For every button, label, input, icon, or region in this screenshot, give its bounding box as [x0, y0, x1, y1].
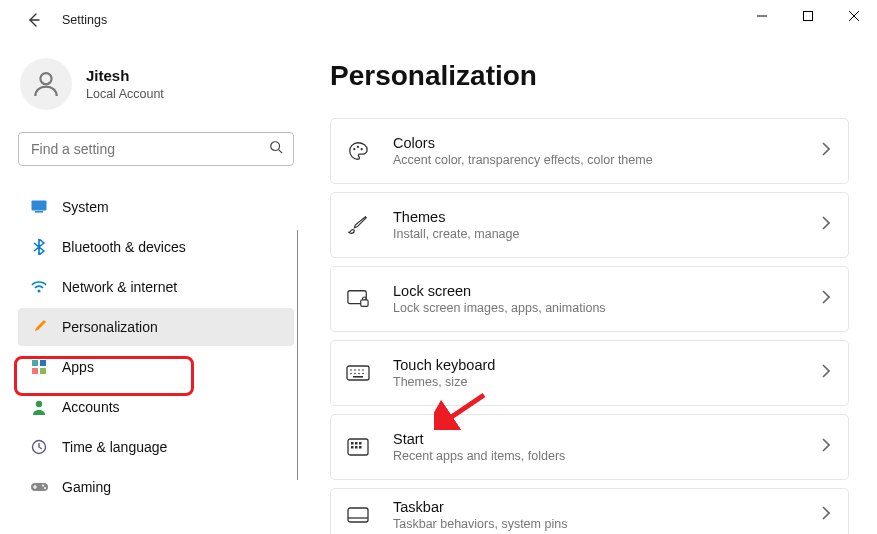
- card-title: Lock screen: [393, 283, 821, 300]
- sidebar-item-label: Bluetooth & devices: [62, 239, 186, 255]
- nav: System Bluetooth & devices Network & int…: [18, 188, 294, 506]
- chevron-right-icon: [821, 142, 830, 160]
- svg-rect-14: [40, 368, 46, 374]
- gamepad-icon: [30, 478, 48, 496]
- sidebar: Jitesh Local Account System Bluetooth: [0, 40, 310, 534]
- sidebar-item-bluetooth[interactable]: Bluetooth & devices: [18, 228, 294, 266]
- svg-point-29: [362, 369, 364, 371]
- sidebar-item-gaming[interactable]: Gaming: [18, 468, 294, 506]
- user-name: Jitesh: [86, 67, 164, 85]
- card-title: Themes: [393, 209, 821, 226]
- sidebar-item-label: Gaming: [62, 479, 111, 495]
- monitor-icon: [30, 198, 48, 216]
- svg-point-15: [36, 400, 42, 406]
- svg-rect-40: [355, 446, 358, 449]
- chevron-right-icon: [821, 438, 830, 456]
- svg-rect-42: [348, 508, 368, 522]
- card-sub: Themes, size: [393, 375, 821, 389]
- chevron-right-icon: [821, 364, 830, 382]
- chevron-right-icon: [821, 216, 830, 234]
- cards-list: Colors Accent color, transparency effect…: [330, 118, 849, 534]
- keyboard-icon: [345, 360, 371, 386]
- sidebar-scrollbar[interactable]: [297, 230, 299, 480]
- search-box[interactable]: [18, 132, 294, 166]
- close-button[interactable]: [831, 0, 877, 32]
- svg-rect-41: [359, 446, 362, 449]
- svg-point-31: [354, 373, 356, 375]
- lock-screen-icon: [345, 286, 371, 312]
- svg-rect-36: [351, 442, 354, 445]
- sidebar-item-label: Time & language: [62, 439, 167, 455]
- close-icon: [849, 11, 859, 21]
- person-icon: [30, 398, 48, 416]
- sidebar-item-apps[interactable]: Apps: [18, 348, 294, 386]
- card-sub: Lock screen images, apps, animations: [393, 301, 821, 315]
- arrow-left-icon: [26, 12, 42, 28]
- card-lock-screen[interactable]: Lock screen Lock screen images, apps, an…: [330, 266, 849, 332]
- sidebar-item-system[interactable]: System: [18, 188, 294, 226]
- svg-rect-9: [35, 211, 43, 213]
- wifi-icon: [30, 278, 48, 296]
- bluetooth-icon: [30, 238, 48, 256]
- svg-point-32: [358, 373, 360, 375]
- svg-rect-38: [359, 442, 362, 445]
- card-themes[interactable]: Themes Install, create, manage: [330, 192, 849, 258]
- svg-rect-12: [40, 360, 46, 366]
- card-taskbar[interactable]: Taskbar Taskbar behaviors, system pins: [330, 488, 849, 534]
- taskbar-icon: [345, 502, 371, 528]
- card-touch-keyboard[interactable]: Touch keyboard Themes, size: [330, 340, 849, 406]
- paintbrush-icon: [30, 318, 48, 336]
- palette-icon: [345, 138, 371, 164]
- sidebar-item-personalization[interactable]: Personalization: [18, 308, 294, 346]
- card-title: Start: [393, 431, 821, 448]
- sidebar-item-label: System: [62, 199, 109, 215]
- maximize-button[interactable]: [785, 0, 831, 32]
- titlebar: Settings: [0, 0, 877, 40]
- svg-point-22: [361, 148, 363, 150]
- sidebar-item-network[interactable]: Network & internet: [18, 268, 294, 306]
- clock-globe-icon: [30, 438, 48, 456]
- svg-point-5: [40, 73, 51, 84]
- search-input[interactable]: [31, 141, 269, 157]
- card-title: Taskbar: [393, 499, 821, 516]
- svg-rect-24: [361, 300, 368, 306]
- svg-point-20: [353, 148, 355, 150]
- maximize-icon: [803, 11, 813, 21]
- svg-point-19: [44, 487, 46, 489]
- card-colors[interactable]: Colors Accent color, transparency effect…: [330, 118, 849, 184]
- card-sub: Accent color, transparency effects, colo…: [393, 153, 821, 167]
- search-icon: [269, 140, 283, 158]
- svg-point-10: [38, 290, 41, 293]
- back-button[interactable]: [24, 10, 44, 30]
- card-title: Touch keyboard: [393, 357, 821, 374]
- svg-rect-25: [347, 366, 369, 380]
- svg-rect-11: [32, 360, 38, 366]
- svg-rect-39: [351, 446, 354, 449]
- apps-icon: [30, 358, 48, 376]
- svg-rect-37: [355, 442, 358, 445]
- avatar: [20, 58, 72, 110]
- main-content: Personalization Colors Accent color, tra…: [310, 40, 877, 534]
- page-title: Personalization: [330, 60, 849, 92]
- minimize-button[interactable]: [739, 0, 785, 32]
- card-sub: Install, create, manage: [393, 227, 821, 241]
- brush-icon: [345, 212, 371, 238]
- svg-point-27: [354, 369, 356, 371]
- svg-point-33: [362, 373, 364, 375]
- chevron-right-icon: [821, 290, 830, 308]
- user-block[interactable]: Jitesh Local Account: [18, 58, 294, 110]
- svg-line-7: [279, 150, 283, 154]
- svg-rect-34: [353, 376, 363, 378]
- card-sub: Taskbar behaviors, system pins: [393, 517, 821, 531]
- svg-rect-2: [804, 12, 813, 21]
- svg-rect-8: [32, 201, 47, 211]
- sidebar-item-label: Network & internet: [62, 279, 177, 295]
- sidebar-item-time[interactable]: Time & language: [18, 428, 294, 466]
- chevron-right-icon: [821, 506, 830, 524]
- card-start[interactable]: Start Recent apps and items, folders: [330, 414, 849, 480]
- card-title: Colors: [393, 135, 821, 152]
- svg-point-18: [42, 485, 44, 487]
- sidebar-item-accounts[interactable]: Accounts: [18, 388, 294, 426]
- user-sub: Local Account: [86, 87, 164, 101]
- minimize-icon: [757, 11, 767, 21]
